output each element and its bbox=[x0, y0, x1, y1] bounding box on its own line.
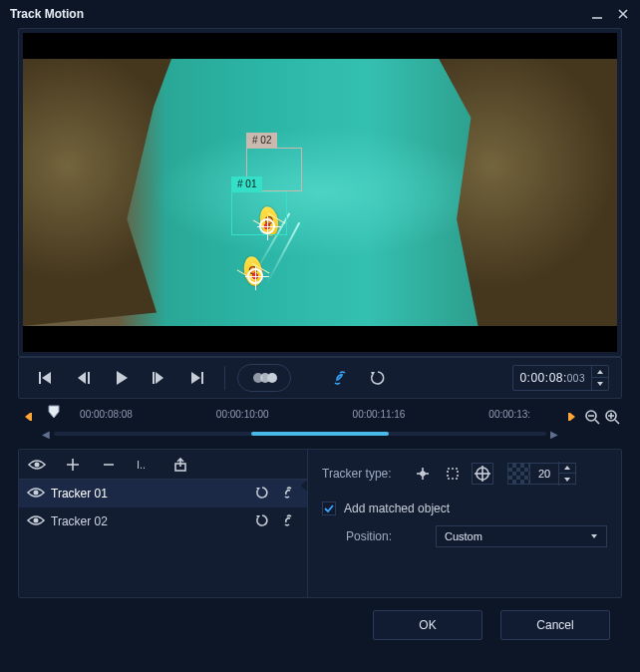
go-end-button[interactable] bbox=[182, 364, 212, 392]
tracker-list: Tracker 01Tracker 02 bbox=[19, 480, 307, 597]
scene-rocks-right bbox=[439, 59, 617, 326]
reset-track-button[interactable] bbox=[363, 364, 393, 392]
ok-button[interactable]: OK bbox=[373, 610, 482, 640]
window-title: Track Motion bbox=[10, 7, 582, 21]
play-button[interactable] bbox=[107, 364, 137, 392]
scene-rocks-left bbox=[23, 59, 171, 326]
titlebar: Track Motion bbox=[0, 0, 640, 28]
svg-rect-6 bbox=[88, 372, 90, 384]
preview-viewport[interactable]: # 02 # 01 bbox=[23, 33, 617, 352]
timecode-up[interactable] bbox=[592, 366, 608, 378]
svg-marker-22 bbox=[570, 413, 575, 421]
svg-line-27 bbox=[615, 420, 619, 424]
footer: OK Cancel bbox=[0, 610, 640, 658]
svg-rect-43 bbox=[448, 469, 458, 479]
position-value: Custom bbox=[445, 530, 482, 542]
tracker-reset-button[interactable] bbox=[255, 513, 273, 530]
timeline: 00:00:08:0800:00:10:0000:00:11:1600:00:1… bbox=[18, 407, 622, 441]
minimize-button[interactable] bbox=[586, 6, 608, 22]
svg-rect-21 bbox=[568, 413, 570, 421]
svg-marker-47 bbox=[564, 466, 570, 470]
scroll-right-button[interactable]: ▶ bbox=[546, 429, 562, 440]
chevron-down-icon bbox=[590, 533, 598, 539]
ruler-label: 00:00:11:16 bbox=[353, 409, 406, 420]
export-tracker-button[interactable] bbox=[170, 455, 190, 475]
tracker-row[interactable]: Tracker 02 bbox=[19, 507, 307, 535]
scroll-left-button[interactable]: ◀ bbox=[38, 429, 54, 440]
tracker-name: Tracker 02 bbox=[51, 514, 247, 528]
size-up[interactable] bbox=[559, 462, 575, 474]
svg-line-24 bbox=[595, 420, 599, 424]
tracker-link-button[interactable] bbox=[281, 486, 299, 503]
size-down[interactable] bbox=[559, 474, 575, 486]
tracker-row[interactable]: Tracker 01 bbox=[19, 480, 307, 507]
svg-marker-48 bbox=[564, 478, 570, 482]
target-reticle-2[interactable] bbox=[247, 268, 263, 284]
timecode-display[interactable]: 0:00:08:003 bbox=[512, 365, 609, 391]
tracker-box-2-label: # 02 bbox=[246, 133, 277, 148]
svg-point-38 bbox=[34, 517, 39, 522]
motion-path-button[interactable] bbox=[237, 364, 291, 392]
svg-marker-5 bbox=[78, 372, 86, 384]
tracker-size-control: 20 bbox=[507, 463, 576, 485]
keyframe-prev-button[interactable] bbox=[18, 411, 38, 423]
svg-point-30 bbox=[35, 462, 40, 467]
cancel-button[interactable]: Cancel bbox=[500, 610, 610, 640]
svg-marker-7 bbox=[117, 371, 128, 385]
go-start-button[interactable] bbox=[31, 364, 61, 392]
tracker-size-spinner[interactable] bbox=[558, 462, 575, 486]
playhead[interactable] bbox=[48, 405, 60, 421]
svg-marker-16 bbox=[597, 370, 603, 374]
svg-rect-9 bbox=[153, 372, 155, 384]
position-label: Position: bbox=[346, 529, 436, 543]
bottom-panel: I.. Tracker 01Tracker 02 Tracker type: 2… bbox=[18, 449, 622, 598]
letterbox-top bbox=[23, 33, 617, 59]
mode-area-button[interactable] bbox=[442, 463, 464, 485]
timecode-down[interactable] bbox=[592, 378, 608, 390]
zoom-in-button[interactable] bbox=[602, 409, 622, 425]
svg-text:I..: I.. bbox=[137, 459, 146, 471]
link-track-button[interactable] bbox=[325, 364, 355, 392]
close-button[interactable] bbox=[612, 6, 634, 22]
eye-icon[interactable] bbox=[27, 514, 43, 529]
position-select[interactable]: Custom bbox=[436, 525, 607, 547]
svg-rect-19 bbox=[30, 413, 32, 421]
add-matched-label: Add matched object bbox=[344, 502, 450, 515]
tracker-size-value[interactable]: 20 bbox=[530, 468, 558, 480]
keyframe-next-button[interactable] bbox=[562, 411, 582, 423]
ruler-label: 00:00:13: bbox=[488, 409, 530, 420]
tracker-type-modes bbox=[412, 463, 493, 485]
visibility-all-icon[interactable] bbox=[27, 455, 47, 475]
ruler-label: 00:00:08:08 bbox=[80, 409, 133, 420]
svg-marker-4 bbox=[42, 372, 51, 384]
svg-point-36 bbox=[34, 490, 39, 495]
remove-tracker-button[interactable] bbox=[99, 455, 119, 475]
timecode-spinner[interactable] bbox=[591, 366, 608, 390]
add-tracker-button[interactable] bbox=[63, 455, 83, 475]
scroll-track[interactable] bbox=[54, 432, 546, 436]
svg-rect-3 bbox=[39, 372, 41, 384]
next-frame-button[interactable] bbox=[145, 364, 174, 392]
prev-frame-button[interactable] bbox=[69, 364, 99, 392]
rename-tracker-button[interactable]: I.. bbox=[135, 455, 155, 475]
transparency-swatch[interactable] bbox=[508, 464, 530, 484]
preview-panel: # 02 # 01 bbox=[18, 28, 622, 357]
target-reticle-1[interactable] bbox=[259, 218, 275, 234]
tracker-toolbar: I.. bbox=[19, 450, 307, 480]
timecode-ms: 003 bbox=[567, 373, 585, 384]
timeline-ruler[interactable]: 00:00:08:0800:00:10:0000:00:11:1600:00:1… bbox=[38, 407, 562, 427]
svg-marker-20 bbox=[49, 406, 59, 418]
svg-point-14 bbox=[267, 373, 277, 383]
mode-multipoint-button[interactable] bbox=[472, 463, 493, 485]
svg-rect-11 bbox=[201, 372, 203, 384]
zoom-out-button[interactable] bbox=[582, 409, 602, 425]
scroll-thumb[interactable] bbox=[251, 432, 389, 436]
svg-marker-18 bbox=[25, 413, 30, 421]
svg-marker-10 bbox=[191, 372, 200, 384]
transport-bar: 0:00:08:003 bbox=[18, 357, 622, 399]
tracker-reset-button[interactable] bbox=[255, 486, 273, 503]
eye-icon[interactable] bbox=[27, 487, 43, 502]
add-matched-checkbox[interactable] bbox=[322, 502, 336, 515]
tracker-link-button[interactable] bbox=[281, 513, 299, 530]
mode-point-button[interactable] bbox=[412, 463, 434, 485]
